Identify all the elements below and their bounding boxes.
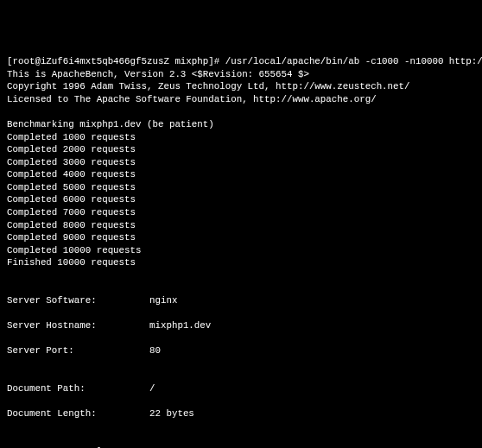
progress-line: Completed 4000 requests [7, 169, 136, 180]
progress-line: Finished 10000 requests [7, 257, 136, 268]
bench-header: Benchmarking mixphp1.dev (be patient) [7, 119, 214, 129]
progress-line: Completed 2000 requests [7, 144, 136, 155]
banner-line: This is ApacheBench, Version 2.3 <$Revis… [7, 69, 309, 79]
server-port: Server Port:80 [7, 344, 475, 357]
server-hostname: Server Hostname:mixphp1.dev [7, 319, 475, 332]
progress-line: Completed 5000 requests [7, 182, 136, 192]
progress-line: Completed 10000 requests [7, 245, 142, 256]
progress-line: Completed 1000 requests [7, 132, 136, 142]
banner-line: Copyright 1996 Adam Twiss, Zeus Technolo… [7, 81, 410, 91]
progress-line: Completed 6000 requests [7, 194, 136, 205]
banner-line: Licensed to The Apache Software Foundati… [7, 94, 377, 104]
progress-line: Completed 9000 requests [7, 232, 136, 243]
progress-line: Completed 8000 requests [7, 220, 136, 230]
server-software: Server Software:nginx [7, 294, 475, 307]
progress-line: Completed 7000 requests [7, 207, 136, 218]
document-length: Document Length:22 bytes [7, 407, 475, 420]
progress-line: Completed 3000 requests [7, 157, 136, 167]
document-path: Document Path:/ [7, 382, 475, 395]
terminal-output: [root@iZuf6i4mxt5qb466gf5zusZ mixphp]# /… [7, 55, 475, 448]
shell-prompt: [root@iZuf6i4mxt5qb466gf5zusZ mixphp]# /… [7, 56, 482, 66]
